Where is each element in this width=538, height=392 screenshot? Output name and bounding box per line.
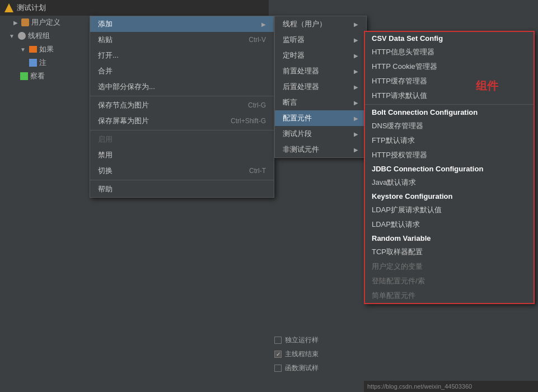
ctx-label: 配置元件 [283,113,312,123]
ctx-item-http-header[interactable]: HTTP信息头管理器 [365,45,534,59]
checkbox-row-independent[interactable]: 独立运行样 [274,333,364,347]
gear-icon [18,32,26,40]
ctx-label: 禁用 [98,150,113,160]
ctx-label: HTTP Cookie管理器 [372,62,437,72]
ctx-label: 用户定义的变量 [372,262,423,272]
divider [90,130,274,130]
context-menu-2: 线程（用户） 监听器 定时器 前置处理器 后置处理器 断言 配置元件 测试片段 … [274,16,367,158]
ctx-label: 简单配置元件 [372,291,415,301]
ctx-item-thread-user[interactable]: 线程（用户） [275,16,366,32]
ctx-item-http-cookie[interactable]: HTTP Cookie管理器 [365,59,534,74]
ctx-label: 非测试元件 [283,144,319,155]
checkbox-independent[interactable] [274,337,282,344]
ctx-item-jdbc-connection[interactable]: JDBC Connection Configuration [365,162,534,175]
title-bar: 测试计划 [0,0,269,16]
ctx-item-simple-config[interactable]: 简单配置元件 [365,288,534,303]
ctx-item-http-cache[interactable]: HTTP缓存管理器 [365,74,534,88]
url-bar: https://blog.csdn.net/weixin_44503360 [364,381,538,392]
ctx-label: LDAP默认请求 [372,220,420,230]
ctx-label: 测试片段 [283,129,312,139]
tree-label: 如果 [39,44,54,54]
ctx-item-save-node[interactable]: 保存节点为图片 Ctrl-G [90,97,274,113]
ctx-item-tcp-sampler[interactable]: TCP取样器配置 [365,245,534,259]
ctx-label: 保存屏幕为图片 [98,116,149,126]
context-menu-1: 添加 粘贴 Ctrl-V 打开... 合并 选中部分保存为... 保存节点为图片… [90,16,274,198]
ctx-item-http-defaults[interactable]: HTTP请求默认值 [365,88,534,103]
zujian-label: 组件 [476,78,498,94]
wrench-icon [21,18,29,26]
tree-label: 用户定义 [31,17,60,27]
ctx-label: HTTP请求默认值 [372,91,427,101]
url-text: https://blog.csdn.net/weixin_44503360 [367,383,472,390]
ctx-label: Bolt Connection Configuration [372,108,478,116]
ctx-item-paste[interactable]: 粘贴 Ctrl-V [90,32,274,48]
ctx-label: 定时器 [283,50,305,60]
ctx-item-open[interactable]: 打开... [90,48,274,63]
ctx-item-toggle[interactable]: 切换 Ctrl-T [90,163,274,179]
checkbox-label: 函数测试样 [285,363,319,373]
ctx-item-assertion[interactable]: 断言 [275,95,366,110]
ctx-item-listener[interactable]: 监听器 [275,32,366,48]
ctx-label: 保存节点为图片 [98,100,149,110]
ctx-item-test-fragment[interactable]: 测试片段 [275,126,366,142]
ctx-item-user-variable[interactable]: 用户定义的变量 [365,259,534,274]
ctx-label: 断言 [283,97,297,108]
ctx-label: 合并 [98,66,113,76]
checkbox-label: 独立运行样 [285,335,319,345]
checkbox-row-main-thread[interactable]: ✓ 主线程结束 [274,347,364,361]
ctx-item-http-auth[interactable]: HTTP授权管理器 [365,148,534,162]
ctx-item-random-variable[interactable]: Random Variable [365,232,534,245]
ctx-label: 打开... [98,50,119,60]
ctx-item-disable[interactable]: 禁用 [90,147,274,163]
ctx-label: TCP取样器配置 [372,247,423,257]
ctx-item-keystore[interactable]: Keystore Configuration [365,190,534,203]
ctx-item-save-selected[interactable]: 选中部分保存为... [90,79,274,95]
ctx-label: 监听器 [283,35,305,45]
ctx-item-dns-cache[interactable]: DNS缓存管理器 [365,119,534,133]
ctx-label: 前置处理器 [283,66,319,76]
ctx-item-add[interactable]: 添加 [90,16,274,32]
ctx-item-ftp-defaults[interactable]: FTP默认请求 [365,133,534,148]
tree-label: 察看 [30,71,45,81]
ctx-item-ldap-defaults[interactable]: LDAP默认请求 [365,217,534,232]
ctx-item-post-processor[interactable]: 后置处理器 [275,79,366,95]
checkbox-func-test[interactable] [274,365,282,372]
ctx-label: 登陆配置元件/索 [372,276,425,286]
shortcut-label: Ctrl-V [249,36,266,44]
ctx-item-java-defaults[interactable]: Java默认请求 [365,175,534,190]
ctx-item-pre-processor[interactable]: 前置处理器 [275,63,366,79]
ctx-item-login-config[interactable]: 登陆配置元件/索 [365,274,534,288]
ctx-label: 帮助 [98,184,113,194]
ctx-item-save-screen[interactable]: 保存屏幕为图片 Ctrl+Shift-G [90,113,274,129]
tree-label: 线程组 [28,31,50,41]
shortcut-label: Ctrl+Shift-G [231,117,266,125]
ctx-label: LDAP扩展请求默认值 [372,205,442,215]
ctx-item-help[interactable]: 帮助 [90,181,274,197]
ctx-item-non-test[interactable]: 非测试元件 [275,142,366,157]
ctx-label: 选中部分保存为... [98,82,155,92]
ctx-item-config[interactable]: 配置元件 [275,110,366,126]
ctx-label: 线程（用户） [283,19,326,29]
ctx-label: 后置处理器 [283,82,319,92]
ctx-item-ldap-ext[interactable]: LDAP扩展请求默认值 [365,203,534,217]
divider [90,180,274,180]
ctx-item-bolt-connection[interactable]: Bolt Connection Configuration [365,106,534,119]
ctx-item-timer[interactable]: 定时器 [275,48,366,63]
shortcut-label: Ctrl-G [248,101,266,109]
ctx-label: JDBC Connection Configuration [372,165,483,173]
ctx-label: 切换 [98,166,113,176]
ctx-item-merge[interactable]: 合并 [90,63,274,79]
ctx-label: 添加 [98,19,113,29]
ctx-label: 启用 [98,134,113,144]
checkbox-main-thread[interactable]: ✓ [274,351,282,358]
divider [90,96,274,96]
app-icon [4,3,13,12]
ctx-item-enable: 启用 [90,132,274,147]
ctx-item-csv-data-set[interactable]: CSV Data Set Config [365,32,534,45]
pencil-icon [29,59,37,67]
tree-label: 注 [39,58,46,68]
checkbox-row-func-test[interactable]: 函数测试样 [274,361,364,375]
checkbox-area: 独立运行样 ✓ 主线程结束 函数测试样 [274,333,364,375]
chevron-icon: ▼ [20,46,26,53]
ctx-label: Java默认请求 [372,178,416,188]
